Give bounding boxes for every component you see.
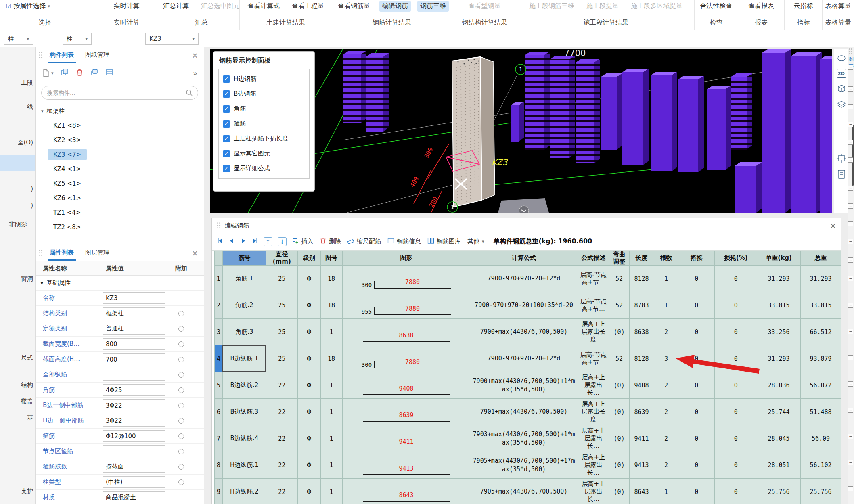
figure-no-cell[interactable]: 18 <box>320 292 342 319</box>
unit-weight-cell[interactable]: 28.036 <box>757 372 801 399</box>
ribbon-button[interactable]: 查看钢筋量 <box>335 1 373 12</box>
drag-handle-icon[interactable] <box>217 222 222 229</box>
checkbox-checked-icon[interactable]: ✓ <box>223 105 230 113</box>
view-style-icon[interactable] <box>836 53 847 63</box>
delete-button[interactable]: 删除 <box>320 237 341 246</box>
loss-cell[interactable]: 0 <box>715 399 757 425</box>
ribbon-button[interactable]: 编辑钢筋 <box>379 1 411 12</box>
unit-weight-cell[interactable]: 31.293 <box>757 266 801 292</box>
formula-desc-cell[interactable]: 层高+上层露出长… <box>578 372 609 399</box>
column-header[interactable]: 搭接 <box>678 251 715 266</box>
tab-drawing-manage[interactable]: 图纸管理 <box>80 47 115 63</box>
tree-collapse-icon[interactable]: − <box>848 86 853 92</box>
unit-weight-cell[interactable]: 31.293 <box>757 345 801 372</box>
rebar-row[interactable]: 5B边纵筋.222Φ194087900+max(4430/6,700,500)+… <box>215 372 841 399</box>
left-strip-item[interactable]: 线 <box>27 103 33 111</box>
left-strip-item[interactable]: 非阴影… <box>9 221 33 228</box>
tab-property-list[interactable]: 属性列表 <box>44 245 79 261</box>
library-button[interactable]: 钢筋图库 <box>427 237 461 246</box>
diameter-cell[interactable]: 25 <box>266 292 297 319</box>
tree-collapse-icon[interactable]: − <box>848 303 853 308</box>
formula-desc-cell[interactable]: 层高+上层露出长度 <box>578 399 609 425</box>
length-cell[interactable]: 8128 <box>629 266 654 292</box>
grade-cell[interactable]: Φ <box>297 452 320 479</box>
length-cell[interactable]: 8643 <box>629 479 654 504</box>
first-row-icon[interactable] <box>217 238 223 246</box>
tree-item[interactable]: KZ3 <7> <box>36 147 204 162</box>
grade-cell[interactable]: Φ <box>297 372 320 399</box>
count-cell[interactable]: 1 <box>654 292 678 319</box>
ribbon-button[interactable]: 钢筋三维 <box>417 1 449 12</box>
formula-desc-cell[interactable]: 层高-节点高+节… <box>578 266 609 292</box>
2d-view-icon[interactable]: 2D <box>837 69 846 78</box>
attach-radio[interactable] <box>178 341 184 347</box>
total-weight-cell[interactable]: 31.293 <box>800 266 841 292</box>
formula-cell[interactable]: 7903+max(4430/6,700,500)+1*max(35*d,500) <box>470 425 578 452</box>
total-weight-cell[interactable]: 25.756 <box>800 479 841 504</box>
tree-collapse-icon[interactable]: − <box>848 355 853 360</box>
count-cell[interactable]: 1 <box>654 266 678 292</box>
formula-cell[interactable]: 7905+max(4430/6,700,500)+1*max(35*d,500) <box>470 452 578 479</box>
count-cell[interactable]: 2 <box>654 399 678 425</box>
count-cell[interactable]: 3 <box>654 345 678 372</box>
property-value-input[interactable]: (中柱) <box>103 476 165 488</box>
total-weight-cell[interactable]: 56.102 <box>800 452 841 479</box>
tree-collapse-icon[interactable]: − <box>848 257 853 263</box>
rebar-name-cell[interactable]: 角筋.3 <box>222 319 266 345</box>
tab-layer-manage[interactable]: 图层管理 <box>80 245 115 261</box>
figure-no-cell[interactable]: 1 <box>320 372 342 399</box>
length-cell[interactable]: 9413 <box>629 452 654 479</box>
property-value-input[interactable]: 4Φ25 <box>103 384 165 396</box>
total-weight-cell[interactable]: 33.815 <box>800 292 841 319</box>
grade-cell[interactable]: Φ <box>297 345 320 372</box>
lap-cell[interactable]: 0 <box>678 452 715 479</box>
rebar-name-cell[interactable]: B边纵筋.1 <box>222 345 266 372</box>
column-header[interactable]: 级别 <box>297 251 320 266</box>
element-subtype-combo[interactable]: 柱 ▾ <box>63 33 92 45</box>
checkbox-checked-icon[interactable]: ✓ <box>223 165 230 172</box>
row-number-cell[interactable]: 1 <box>215 266 223 292</box>
shape-cell[interactable]: 8639 <box>342 399 470 425</box>
tree-item[interactable]: KZ6 <1> <box>36 191 204 205</box>
drag-handle-icon[interactable] <box>39 249 44 257</box>
tree-collapse-icon[interactable]: − <box>848 140 853 145</box>
attach-radio[interactable] <box>178 357 184 362</box>
tree-collapse-icon[interactable]: − <box>848 203 853 209</box>
lap-cell[interactable]: 0 <box>678 399 715 425</box>
layers-icon[interactable] <box>836 100 847 110</box>
display-checkbox-row[interactable]: ✓H边钢筋 <box>223 71 305 86</box>
figure-no-cell[interactable]: 18 <box>320 266 342 292</box>
row-number-cell[interactable]: 6 <box>215 399 223 425</box>
left-strip-item[interactable]: 结构 <box>21 381 33 389</box>
row-number-cell[interactable]: 4 <box>215 345 223 372</box>
selected-column[interactable] <box>452 57 495 207</box>
figure-no-cell[interactable]: 1 <box>320 399 342 425</box>
lap-cell[interactable]: 0 <box>678 319 715 345</box>
rebar-name-cell[interactable]: 角筋.1 <box>222 266 266 292</box>
left-strip-item[interactable]: 全(O) <box>17 139 33 146</box>
formula-desc-cell[interactable]: 层高-节点高+节… <box>578 292 609 319</box>
list-panel-icon[interactable] <box>836 169 847 180</box>
formula-cell[interactable]: 7905+max(4430/6,700,500) <box>470 479 578 504</box>
count-cell[interactable]: 2 <box>654 452 678 479</box>
shape-cell[interactable]: 9411 <box>342 425 470 452</box>
rebar-name-cell[interactable]: 角筋.2 <box>222 292 266 319</box>
shape-cell[interactable]: 8638 <box>342 319 470 345</box>
display-checkbox-row[interactable]: ✓角筋 <box>223 101 305 116</box>
property-value-input[interactable]: 800 <box>103 338 165 350</box>
bend-adjust-cell[interactable]: 52 <box>609 292 629 319</box>
display-checkbox-row[interactable]: ✓显示其它图元 <box>223 146 305 161</box>
ribbon-button[interactable]: 施工段钢筋三维 <box>526 1 577 12</box>
figure-no-cell[interactable]: 1 <box>320 425 342 452</box>
info-button[interactable]: 钢筋信息 <box>387 237 421 246</box>
tree-item[interactable]: KZ4 <1> <box>36 162 204 176</box>
total-weight-cell[interactable]: 56.072 <box>800 372 841 399</box>
column-header[interactable]: 计算公式 <box>470 251 578 266</box>
length-cell[interactable]: 9408 <box>629 372 654 399</box>
tree-collapse-icon[interactable]: − <box>848 122 853 127</box>
last-row-icon[interactable] <box>252 238 258 246</box>
formula-desc-cell[interactable]: 层高+上层露出长… <box>578 425 609 452</box>
bend-adjust-cell[interactable]: (0) <box>609 425 629 452</box>
scale-button[interactable]: 缩尺配筋 <box>347 237 381 246</box>
attach-radio[interactable] <box>178 464 184 470</box>
